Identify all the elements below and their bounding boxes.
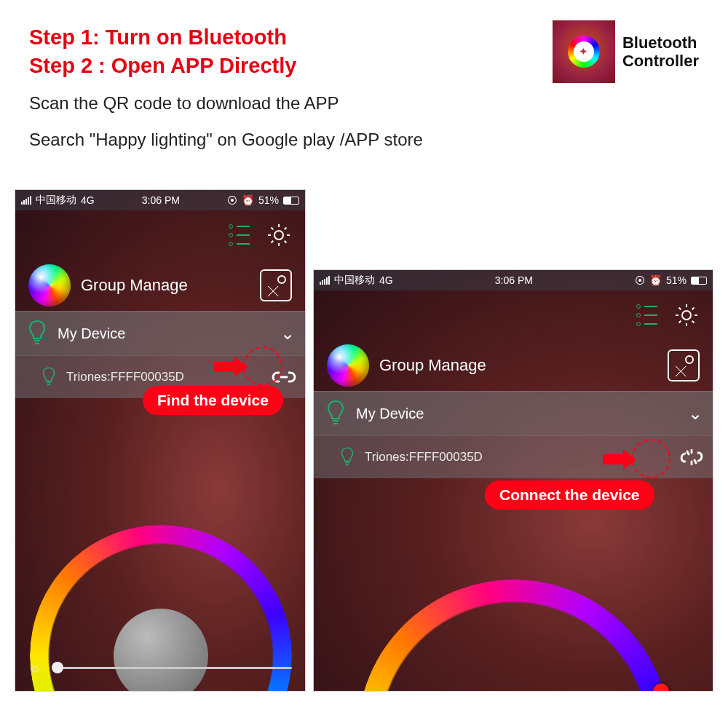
carrier-label: 中国移动 — [36, 194, 76, 207]
signal-icon — [21, 196, 31, 205]
callout-find-device: Find the device — [143, 386, 283, 415]
bulb-icon — [339, 446, 356, 468]
picture-icon[interactable] — [668, 349, 700, 381]
my-device-label: My Device — [58, 325, 272, 342]
color-ball-icon — [28, 264, 71, 306]
list-menu-icon[interactable] — [636, 304, 657, 326]
app-icon-label: Bluetooth Controller — [622, 33, 699, 71]
list-menu-icon[interactable] — [229, 224, 250, 246]
color-wheel[interactable] — [357, 579, 670, 692]
unlink-icon[interactable] — [679, 449, 704, 465]
carrier-label: 中国移动 — [334, 274, 375, 287]
network-label: 4G — [379, 274, 393, 286]
alarm-icon: ⏰ — [242, 194, 254, 206]
bulb-icon — [40, 366, 58, 388]
clock-label: 3:06 PM — [495, 274, 533, 286]
signal-icon — [320, 276, 330, 285]
app-icon-block: ✦ Bluetooth Controller — [553, 20, 699, 83]
color-wheel-handle[interactable] — [653, 684, 669, 692]
annotation-arrow-icon — [603, 449, 636, 470]
brightness-low-icon: ☼ — [28, 660, 41, 676]
alarm-icon: ⏰ — [649, 274, 662, 286]
instruction-line-1: Scan the QR code to download the APP — [29, 90, 699, 116]
picture-icon[interactable] — [260, 269, 292, 301]
svg-point-0 — [274, 231, 283, 240]
battery-icon — [691, 277, 707, 285]
group-manage-label: Group Manage — [379, 356, 657, 375]
clock-label: 3:06 PM — [142, 194, 180, 206]
phone-screenshot-1: 中国移动 4G 3:06 PM ⦿ ⏰ 51% Group Manage My … — [15, 189, 306, 692]
my-device-row[interactable]: My Device ⌄ — [314, 391, 713, 435]
battery-icon — [283, 197, 299, 205]
network-label: 4G — [81, 194, 95, 206]
status-bar: 中国移动 4G 3:06 PM ⦿ ⏰ 51% — [314, 270, 713, 290]
svg-point-1 — [682, 311, 691, 320]
location-icon: ⦿ — [635, 274, 645, 286]
bulb-icon — [324, 399, 347, 428]
bulb-icon — [25, 319, 49, 348]
location-icon: ⦿ — [227, 194, 237, 206]
group-manage-row[interactable]: Group Manage — [314, 340, 713, 391]
annotation-circle-find — [243, 347, 282, 386]
status-bar: 中国移动 4G 3:06 PM ⦿ ⏰ 51% — [15, 190, 305, 210]
callout-connect-device: Connect the device — [485, 480, 654, 510]
battery-label: 51% — [666, 274, 687, 286]
app-icon: ✦ — [553, 20, 615, 83]
slider-thumb[interactable] — [52, 662, 63, 673]
instruction-line-2: Search "Happy lighting" on Google play /… — [29, 127, 699, 153]
color-ball-icon — [327, 344, 369, 387]
annotation-arrow-icon — [214, 357, 248, 377]
group-manage-label: Group Manage — [81, 276, 250, 295]
chevron-down-icon: ⌄ — [688, 403, 703, 424]
settings-icon[interactable] — [673, 302, 700, 328]
my-device-label: My Device — [356, 405, 679, 422]
chevron-down-icon: ⌄ — [280, 323, 295, 344]
brightness-slider[interactable]: ☼ — [28, 660, 292, 676]
battery-label: 51% — [258, 194, 279, 206]
annotation-circle-connect — [631, 439, 670, 478]
settings-icon[interactable] — [266, 222, 292, 248]
group-manage-row[interactable]: Group Manage — [15, 260, 305, 311]
